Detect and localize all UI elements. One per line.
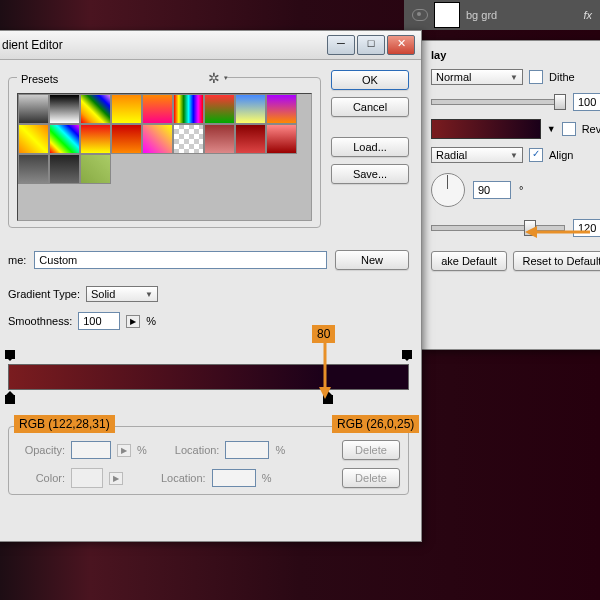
layer-style-window: lay Normal Dithe ▼ Rever Radial ✓ Align …: [420, 40, 600, 350]
smoothness-input[interactable]: [78, 312, 120, 330]
stop-location-input-2: [212, 469, 256, 487]
stop-color-label: Color:: [17, 472, 65, 484]
visibility-eye-icon[interactable]: [412, 9, 428, 21]
maximize-button[interactable]: □: [357, 35, 385, 55]
stop-location-input-1: [225, 441, 269, 459]
dither-label: Dithe: [549, 71, 575, 83]
angle-degree-label: °: [519, 184, 523, 196]
opacity-flyout-icon: ▶: [117, 444, 131, 457]
presets-gear-icon[interactable]: [208, 70, 222, 84]
stop-location-label-2: Location:: [161, 472, 206, 484]
ok-button[interactable]: OK: [331, 70, 409, 90]
gradient-overlay-heading: lay: [431, 49, 600, 61]
gradient-dropdown-arrow[interactable]: ▼: [547, 124, 556, 134]
layers-panel-row: bg grd fx: [404, 0, 600, 30]
layer-name[interactable]: bg grd: [466, 9, 497, 21]
svg-marker-1: [525, 226, 537, 238]
gradient-editor-titlebar[interactable]: dient Editor ─ □ ✕: [0, 31, 421, 60]
smoothness-label: Smoothness:: [8, 315, 72, 327]
reverse-label: Rever: [582, 123, 600, 135]
gradient-bar[interactable]: [8, 364, 409, 390]
save-button[interactable]: Save...: [331, 164, 409, 184]
delete-color-stop-button: Delete: [342, 468, 400, 488]
align-checkbox[interactable]: ✓: [529, 148, 543, 162]
annotation-left-color: RGB (122,28,31): [14, 415, 115, 433]
load-button[interactable]: Load...: [331, 137, 409, 157]
smoothness-flyout-icon[interactable]: ▶: [126, 315, 140, 328]
stop-opacity-input: [71, 441, 111, 459]
align-label: Align: [549, 149, 573, 161]
angle-dial[interactable]: [431, 173, 465, 207]
opacity-stop-left[interactable]: [5, 352, 15, 364]
blend-mode-dropdown[interactable]: Normal: [431, 69, 523, 85]
stop-location-label-1: Location:: [175, 444, 220, 456]
gradient-editor-window: dient Editor ─ □ ✕ Presets: [0, 30, 422, 542]
annotation-arrow-angle: [525, 222, 595, 242]
window-title: dient Editor: [2, 38, 325, 52]
reset-default-button[interactable]: Reset to Default: [513, 251, 600, 271]
layer-fx-badge[interactable]: fx: [583, 9, 592, 21]
gradient-type-dropdown[interactable]: Solid: [86, 286, 158, 302]
annotation-stop-position: 80: [312, 325, 335, 343]
gradient-preview-swatch[interactable]: [431, 119, 541, 139]
opacity-slider[interactable]: [431, 99, 565, 105]
make-default-button[interactable]: ake Default: [431, 251, 507, 271]
stop-opacity-label: Opacity:: [17, 444, 65, 456]
presets-legend: Presets: [17, 70, 226, 85]
opacity-stop-right[interactable]: [402, 352, 412, 364]
percent-label: %: [146, 315, 156, 327]
color-stop-left[interactable]: [5, 390, 15, 402]
reverse-checkbox[interactable]: [562, 122, 576, 136]
minimize-button[interactable]: ─: [327, 35, 355, 55]
annotation-right-color: RGB (26,0,25): [332, 415, 419, 433]
svg-marker-3: [319, 387, 331, 399]
gradient-type-label: Gradient Type:: [8, 288, 80, 300]
dither-checkbox[interactable]: [529, 70, 543, 84]
name-label: me:: [8, 254, 26, 266]
cancel-button[interactable]: Cancel: [331, 97, 409, 117]
preset-swatch-grid[interactable]: [18, 94, 311, 184]
annotation-arrow-stop: [316, 343, 334, 399]
style-dropdown[interactable]: Radial: [431, 147, 523, 163]
color-flyout-icon: ▶: [109, 472, 123, 485]
opacity-input[interactable]: [573, 93, 600, 111]
layer-thumbnail[interactable]: [434, 2, 460, 28]
stop-color-swatch: [71, 468, 103, 488]
gradient-name-input[interactable]: [34, 251, 327, 269]
angle-input[interactable]: [473, 181, 511, 199]
new-button[interactable]: New: [335, 250, 409, 270]
delete-opacity-stop-button: Delete: [342, 440, 400, 460]
close-button[interactable]: ✕: [387, 35, 415, 55]
